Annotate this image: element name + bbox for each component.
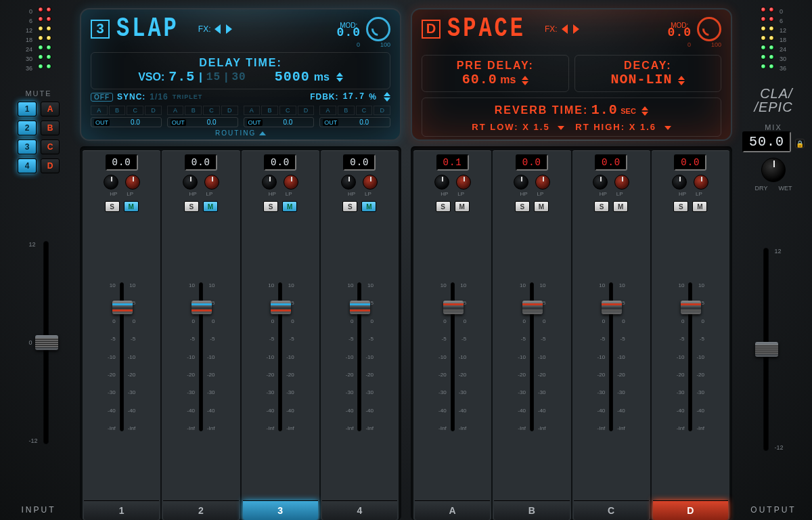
mix-value[interactable]: 50.0 [742, 131, 791, 152]
fx-next-icon[interactable] [226, 24, 232, 34]
solo-button[interactable]: S [515, 201, 530, 212]
delay-time-header: DELAY TIME: [98, 57, 383, 69]
channel-fader[interactable] [530, 282, 534, 431]
channel-level-display[interactable]: 0.0 [185, 154, 217, 171]
channel-strip-C: 0.0HPLPSM1050-5-10-20-30-40-Inf1050-5-10… [572, 150, 650, 520]
solo-button[interactable]: S [436, 201, 451, 212]
channel-select-3[interactable]: 3 [243, 500, 318, 520]
solo-button[interactable]: S [673, 201, 688, 212]
vso-value[interactable]: 7.5 [168, 69, 195, 85]
lp-knob[interactable] [284, 175, 298, 190]
decay-value[interactable]: NON-LIN [611, 72, 673, 87]
mute-B[interactable]: B [41, 121, 60, 135]
channel-fader[interactable] [120, 282, 124, 431]
output-label: OUTPUT [750, 505, 796, 515]
solo-button[interactable]: S [594, 201, 609, 212]
mute-button[interactable]: M [613, 201, 628, 212]
routing-collapse-icon[interactable] [259, 131, 266, 135]
solo-button[interactable]: S [342, 201, 357, 212]
lp-knob[interactable] [363, 175, 378, 190]
mod-dial[interactable] [697, 17, 721, 41]
mod-dial[interactable] [366, 17, 390, 41]
channel-select-A[interactable]: A [415, 500, 490, 520]
solo-button[interactable]: S [184, 201, 199, 212]
channel-select-D[interactable]: D [653, 500, 728, 520]
lp-knob[interactable] [614, 175, 629, 190]
lp-knob[interactable] [204, 175, 219, 190]
delay-name: SLAP [116, 13, 179, 44]
mute-A[interactable]: A [41, 102, 60, 116]
rt-high-value[interactable]: X 1.6 [629, 122, 656, 132]
channel-fader[interactable] [451, 282, 455, 431]
mute-D[interactable]: D [41, 158, 60, 173]
hp-knob[interactable] [514, 175, 528, 190]
mod-value[interactable]: 0.0 [337, 29, 361, 37]
hp-knob[interactable] [341, 175, 356, 190]
channel-strip-4: 0.0HPLPSM1050-5-10-20-30-40-Inf1050-5-10… [321, 150, 399, 520]
channel-select-1[interactable]: 1 [84, 500, 159, 520]
fx-prev-icon[interactable] [215, 24, 221, 34]
channel-level-display[interactable]: 0.0 [106, 154, 138, 171]
mute-button[interactable]: M [203, 201, 218, 212]
mod-value[interactable]: 0.0 [668, 29, 692, 37]
hp-knob[interactable] [262, 175, 277, 190]
delay-ms-value[interactable]: 5000 [275, 69, 310, 85]
output-meter: 061218243036 [761, 7, 786, 73]
feedback-value[interactable]: 17.7 [343, 92, 365, 102]
rt-low-value[interactable]: X 1.5 [522, 122, 549, 132]
hp-knob[interactable] [104, 175, 118, 190]
mute-C[interactable]: C [41, 139, 60, 154]
output-fader[interactable]: 120-12 [763, 198, 783, 500]
channel-select-B[interactable]: B [494, 500, 569, 520]
channel-fader[interactable] [278, 282, 282, 431]
channel-fader[interactable] [357, 282, 361, 431]
hp-knob[interactable] [672, 175, 687, 190]
feedback-stepper[interactable] [384, 92, 390, 102]
mute-button[interactable]: M [124, 201, 139, 212]
mute-button[interactable]: M [692, 201, 707, 212]
fx-prev-icon[interactable] [562, 24, 568, 34]
solo-button[interactable]: S [263, 201, 278, 212]
lp-knob[interactable] [456, 175, 471, 190]
input-meter: 061218243036 [26, 7, 51, 73]
channel-level-display[interactable]: 0.0 [595, 154, 627, 171]
input-label: INPUT [22, 505, 56, 515]
channel-level-display[interactable]: 0.0 [674, 154, 706, 171]
channel-level-display[interactable]: 0.0 [516, 154, 548, 171]
channel-select-4[interactable]: 4 [322, 500, 397, 520]
reverb-time-value[interactable]: 1.0 [591, 102, 618, 118]
lp-knob[interactable] [125, 175, 140, 190]
mute-1[interactable]: 1 [18, 102, 37, 116]
delay-badge: 3 [91, 20, 110, 39]
ms-stepper[interactable] [336, 72, 343, 82]
predelay-value[interactable]: 60.0 [462, 72, 497, 87]
solo-button[interactable]: S [105, 201, 120, 212]
input-fader[interactable]: 120-12 [28, 186, 48, 500]
lock-icon[interactable]: 🔒 [795, 139, 805, 148]
reverb-name: SPACE [447, 13, 526, 44]
channel-select-C[interactable]: C [574, 500, 649, 520]
channel-fader[interactable] [609, 282, 613, 431]
channel-level-display[interactable]: 0.0 [343, 154, 376, 171]
mute-2[interactable]: 2 [18, 121, 37, 135]
mute-button[interactable]: M [361, 201, 376, 212]
channel-strip-1: 0.0HPLPSM1050-5-10-20-30-40-Inf1050-5-10… [83, 150, 160, 520]
mute-button[interactable]: M [282, 201, 297, 212]
mute-button[interactable]: M [534, 201, 549, 212]
mix-knob[interactable] [761, 158, 786, 182]
mute-3[interactable]: 3 [18, 139, 37, 154]
mute-4[interactable]: 4 [18, 158, 37, 173]
sync-toggle[interactable]: OFF [91, 93, 113, 102]
lp-knob[interactable] [535, 175, 550, 190]
hp-knob[interactable] [593, 175, 608, 190]
channel-fader[interactable] [199, 282, 203, 431]
channel-select-2[interactable]: 2 [163, 500, 238, 520]
hp-knob[interactable] [183, 175, 198, 190]
lp-knob[interactable] [694, 175, 708, 190]
channel-level-display[interactable]: 0.1 [436, 154, 469, 171]
channel-fader[interactable] [688, 282, 692, 431]
fx-next-icon[interactable] [573, 24, 579, 34]
hp-knob[interactable] [434, 175, 449, 190]
channel-level-display[interactable]: 0.0 [264, 154, 296, 171]
mute-button[interactable]: M [455, 201, 470, 212]
